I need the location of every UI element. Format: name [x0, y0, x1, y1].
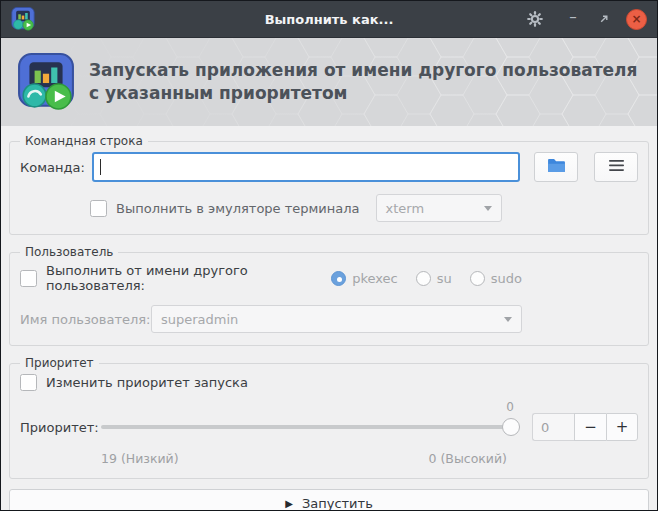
command-input[interactable] — [92, 152, 520, 182]
pkexec-radio-label: pkexec — [352, 271, 398, 286]
terminal-emulator-select: xterm — [376, 194, 502, 222]
app-logo — [17, 53, 75, 111]
pkexec-radio — [331, 271, 346, 286]
slider-groove — [101, 425, 520, 429]
username-select: superadmin — [151, 305, 522, 333]
priority-slider: 0 — [101, 418, 520, 436]
app-icon — [11, 7, 35, 31]
maximize-button[interactable] — [595, 10, 613, 28]
priority-scale-labels: 19 (Низкий) 0 (Высокий) — [20, 451, 638, 466]
priority-spinbox: 0 − + — [532, 413, 638, 441]
chevron-down-icon — [504, 317, 512, 322]
sudo-radio-label: sudo — [491, 271, 522, 286]
decrement-button[interactable]: − — [574, 413, 606, 441]
text-caret — [100, 159, 101, 175]
high-priority-label: 0 (Высокий) — [429, 451, 507, 466]
username-value: superadmin — [161, 312, 238, 327]
command-group-legend: Командная строка — [20, 134, 148, 148]
username-row: Имя пользователя: superadmin — [20, 305, 638, 333]
command-input-wrap — [92, 152, 520, 182]
change-priority-checkbox[interactable] — [20, 374, 37, 391]
terminal-checkbox[interactable] — [90, 200, 107, 217]
su-radio — [416, 271, 431, 286]
close-button[interactable]: × — [626, 9, 647, 30]
titlebar[interactable]: Выполнить как... – × — [1, 1, 657, 38]
terminal-row: Выполнить в эмуляторе терминала xterm — [20, 194, 638, 222]
settings-gear-icon[interactable] — [526, 10, 544, 28]
user-group-legend: Пользователь — [20, 245, 118, 259]
priority-group-legend: Приоритет — [20, 356, 99, 370]
app-window: Выполнить как... – × — [0, 0, 658, 511]
change-priority-label[interactable]: Изменить приоритет запуска — [46, 375, 248, 390]
radio-option-pkexec: pkexec — [331, 271, 398, 286]
auth-method-radios: pkexec su sudo — [331, 271, 522, 286]
increment-button[interactable]: + — [606, 413, 638, 441]
run-as-row: Выполнить от имени другого пользователя:… — [20, 263, 638, 293]
user-group: Пользователь Выполнить от имени другого … — [9, 245, 649, 346]
close-icon: × — [631, 13, 641, 25]
play-icon: ▶ — [285, 498, 293, 509]
folder-icon — [547, 158, 566, 176]
radio-option-sudo: sudo — [470, 271, 522, 286]
run-button-label: Запустить — [302, 496, 373, 511]
minimize-button[interactable]: – — [564, 8, 582, 30]
app-description: Запускать приложения от имени другого по… — [89, 59, 637, 105]
slider-handle — [502, 418, 520, 436]
window-controls: – × — [526, 8, 647, 30]
sudo-radio — [470, 271, 485, 286]
header-banner: Запускать приложения от имени другого по… — [1, 38, 657, 126]
radio-option-su: su — [416, 271, 452, 286]
terminal-checkbox-label[interactable]: Выполнить в эмуляторе терминала — [116, 201, 360, 216]
change-priority-row: Изменить приоритет запуска — [20, 374, 638, 391]
main-content: Командная строка Команда: — [1, 126, 657, 511]
run-as-user-label[interactable]: Выполнить от имени другого пользователя: — [46, 263, 331, 293]
file-browse-button[interactable] — [534, 152, 578, 182]
spinbox-value: 0 — [532, 413, 574, 441]
command-label: Команда: — [20, 160, 84, 175]
chevron-down-icon — [484, 206, 492, 211]
options-menu-button[interactable] — [594, 152, 638, 182]
su-radio-label: su — [437, 271, 452, 286]
username-label: Имя пользователя: — [20, 312, 151, 327]
low-priority-label: 19 (Низкий) — [101, 451, 179, 466]
command-row: Команда: — [20, 152, 638, 182]
priority-group: Приоритет Изменить приоритет запуска При… — [9, 356, 649, 479]
priority-label: Приоритет: — [20, 420, 101, 435]
run-button[interactable]: ▶ Запустить — [9, 489, 649, 511]
slider-value-label: 0 — [506, 400, 514, 414]
hamburger-icon — [609, 159, 624, 175]
terminal-emulator-value: xterm — [386, 201, 425, 216]
priority-slider-row: Приоритет: 0 0 − + — [20, 413, 638, 441]
run-as-user-checkbox[interactable] — [20, 270, 37, 287]
command-group: Командная строка Команда: — [9, 134, 649, 235]
